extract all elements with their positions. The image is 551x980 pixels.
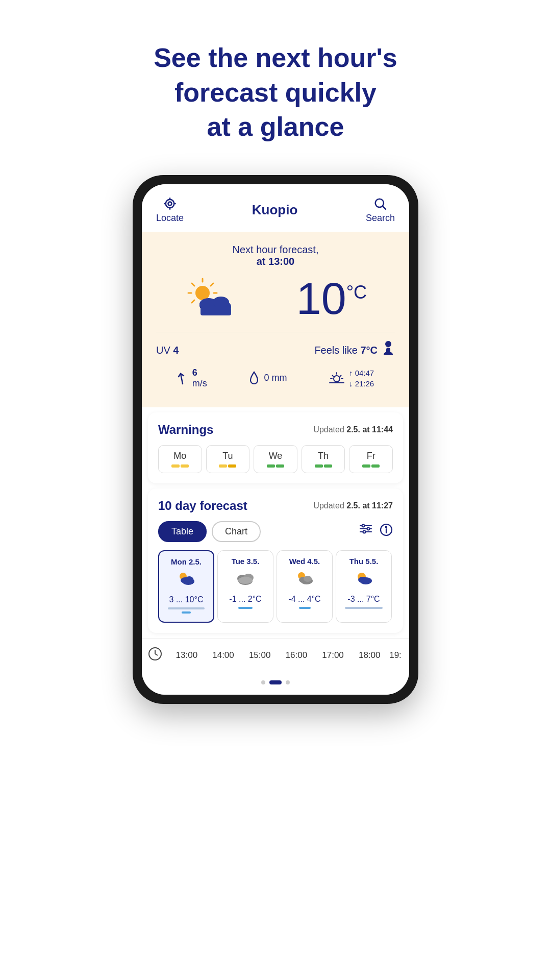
warnings-header: Warnings Updated 2.5. at 11:44 (158, 423, 393, 437)
warning-day-th: Th (302, 445, 345, 473)
svg-point-20 (385, 341, 391, 347)
warnings-title: Warnings (158, 423, 213, 437)
hour-1700: 17:00 (315, 650, 352, 660)
warnings-card: Warnings Updated 2.5. at 11:44 Mo Tu (148, 412, 403, 483)
day-label-wed: Wed 4.5. (281, 557, 328, 566)
bar-seg (324, 464, 332, 468)
svg-point-2 (375, 199, 384, 207)
svg-line-27 (332, 375, 333, 376)
bar-seg (276, 464, 284, 468)
day-label-tue: Tue 3.5. (222, 557, 269, 566)
wind-unit: m/s (192, 378, 207, 388)
wind-speed-value: 6 (192, 368, 197, 378)
precip-bar2-mon (182, 611, 191, 614)
warning-bar-fr (362, 464, 380, 468)
svg-point-42 (185, 576, 193, 582)
wind-item: 6m/s (177, 368, 207, 389)
search-button[interactable]: Search (366, 197, 395, 224)
chart-toggle-button[interactable]: Chart (212, 521, 261, 542)
day-label-fr: Fr (367, 451, 375, 461)
filter-icon[interactable] (359, 523, 372, 540)
phone-mockup: Locate Kuopio Search Next hour forecast,… (133, 175, 418, 704)
ten-day-updated-value: 2.5. at 11:27 (346, 501, 393, 510)
locate-button[interactable]: Locate (156, 197, 184, 224)
forecast-main: 10°C (156, 276, 395, 322)
day-label-mo: Mo (173, 451, 186, 461)
svg-line-3 (383, 206, 386, 209)
uv-section: UV 4 (156, 345, 179, 356)
svg-line-12 (192, 300, 194, 303)
svg-point-35 (363, 531, 366, 533)
day-icon-tue (222, 569, 269, 592)
warning-bar-tu (219, 464, 236, 468)
hour-1800: 18:00 (351, 650, 388, 660)
warning-bar-we (267, 464, 284, 468)
bar-seg (219, 464, 227, 468)
svg-point-50 (304, 576, 312, 582)
bar-seg (371, 464, 380, 468)
forecast-hour: at 13:00 (257, 256, 295, 267)
ten-day-header: 10 day forecast Updated 2.5. at 11:27 (158, 499, 393, 513)
bar-seg (228, 464, 236, 468)
warning-day-fr: Fr (349, 445, 393, 473)
hour-1400: 14:00 (205, 650, 242, 660)
svg-line-28 (340, 375, 341, 376)
precip-bar-wed (299, 607, 311, 609)
precip-bar-tue (238, 607, 253, 609)
uv-value: 4 (173, 345, 179, 356)
day-label-mon: Mon 2.5. (163, 557, 209, 566)
bar-seg (267, 464, 275, 468)
day-label-tu: Tu (222, 451, 233, 461)
sun-times: ↑ 04:47 ↓ 21:26 (349, 368, 374, 389)
forecast-banner: Next hour forecast, at 13:00 (142, 232, 409, 407)
day-temp-tue: -1 ... 2°C (222, 595, 269, 604)
app-tagline: See the next hour's forecast quickly at … (113, 41, 438, 144)
search-label: Search (366, 213, 395, 224)
city-title: Kuopio (252, 202, 298, 218)
info-icon[interactable] (380, 523, 393, 540)
hour-1500: 15:00 (241, 650, 278, 660)
ten-day-card: 10 day forecast Updated 2.5. at 11:27 Ta… (148, 488, 403, 633)
svg-point-53 (358, 577, 367, 583)
tagline-line1: See the next hour's (154, 43, 397, 72)
day-col-tue[interactable]: Tue 3.5. -1 ... 2°C (217, 550, 273, 623)
warning-day-we: We (254, 445, 297, 473)
hour-1900: 19: (388, 650, 403, 660)
svg-point-23 (334, 376, 340, 382)
day-col-wed[interactable]: Wed 4.5. -4 ... 4°C (277, 550, 333, 623)
ten-day-title: 10 day forecast (158, 499, 247, 513)
svg-point-18 (213, 297, 229, 308)
hours-row: 13:00 14:00 15:00 16:00 17:00 18:00 19: (142, 638, 409, 672)
svg-rect-19 (201, 307, 231, 315)
table-toggle-button[interactable]: Table (158, 521, 207, 542)
forecast-toggle: Table Chart (158, 521, 393, 542)
warning-day-tu: Tu (206, 445, 250, 473)
warning-bar-mo (171, 464, 189, 468)
feels-like-section: Feels like 7°C (314, 340, 395, 360)
svg-line-11 (211, 283, 213, 286)
uv-feels-row: UV 4 Feels like 7°C (156, 340, 395, 360)
dot-2-active (269, 680, 282, 684)
precip-bar-mon (168, 607, 205, 609)
phone-screen: Locate Kuopio Search Next hour forecast,… (142, 184, 409, 695)
feels-like-temp: 7°C (360, 345, 378, 356)
day-icon-wed (281, 569, 328, 592)
feels-like-label: Feels like 7°C (314, 345, 378, 356)
warnings-updated: Updated 2.5. at 11:44 (313, 425, 393, 434)
day-col-mon[interactable]: Mon 2.5. 3 ... 10°C (158, 550, 214, 623)
clock-icon (148, 647, 162, 664)
warning-day-mo: Mo (158, 445, 202, 473)
sunrise-item: ↑ 04:47 ↓ 21:26 (329, 368, 374, 389)
sunset-time: 21:26 (355, 379, 374, 388)
forecast-label: Next hour forecast, (233, 244, 319, 255)
svg-line-9 (192, 283, 194, 286)
tagline-line2: forecast quickly (174, 78, 377, 107)
ten-day-updated: Updated 2.5. at 11:27 (313, 501, 393, 510)
day-label-th: Th (318, 451, 329, 461)
bar-seg (315, 464, 323, 468)
day-icon-mon (163, 569, 209, 592)
day-col-thu[interactable]: Thu 5.5. -3 ... 7°C (336, 550, 392, 623)
warning-bar-th (315, 464, 332, 468)
precip-bar-thu (345, 607, 383, 609)
day-icon-thu (340, 569, 387, 592)
